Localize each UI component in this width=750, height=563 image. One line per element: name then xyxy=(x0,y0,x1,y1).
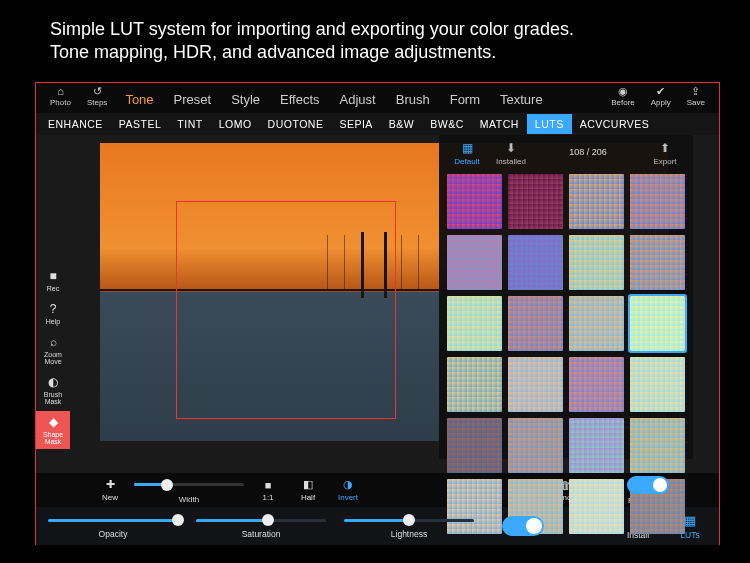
tab-form[interactable]: Form xyxy=(440,86,490,113)
lut-swatch[interactable] xyxy=(569,418,624,473)
lut-swatch[interactable] xyxy=(447,418,502,473)
bridge-cable xyxy=(418,235,419,289)
half-button[interactable]: ◧ Half xyxy=(292,478,324,502)
lut-default-label: Default xyxy=(454,157,479,166)
subtab-pastel[interactable]: PASTEL xyxy=(111,114,170,134)
lut-swatch[interactable] xyxy=(508,174,563,229)
rectangles-toggle[interactable] xyxy=(627,476,669,494)
brush-icon: ◐ xyxy=(48,375,58,389)
lut-swatch[interactable] xyxy=(630,235,685,290)
photo-button[interactable]: ⌂ Photo xyxy=(42,86,79,107)
lut-swatch[interactable] xyxy=(447,296,502,351)
lut-swatch[interactable] xyxy=(508,235,563,290)
shape-icon: ◆ xyxy=(49,415,58,429)
tab-adjust[interactable]: Adjust xyxy=(330,86,386,113)
lut-swatch[interactable] xyxy=(508,296,563,351)
apply-label: Apply xyxy=(651,98,671,107)
camera-icon: ⌂ xyxy=(57,86,64,97)
lut-swatch[interactable] xyxy=(630,357,685,412)
subtab-bw[interactable]: B&W xyxy=(381,114,422,134)
tab-preset[interactable]: Preset xyxy=(164,86,222,113)
plus-icon: ✚ xyxy=(106,478,115,491)
side-toolbar: ■ Rec ? Help ⌕ Zoom Move ◐ Brush Mask ◆ … xyxy=(36,265,70,449)
lut-swatch[interactable] xyxy=(569,357,624,412)
lut-swatch[interactable] xyxy=(508,418,563,473)
lut-export-label: Export xyxy=(653,157,676,166)
subtab-match[interactable]: MATCH xyxy=(472,114,527,134)
lut-swatch[interactable] xyxy=(508,357,563,412)
grid-icon: ▦ xyxy=(462,141,473,155)
subtab-duotone[interactable]: DUOTONE xyxy=(260,114,332,134)
lut-default-button[interactable]: ▦ Default xyxy=(447,141,487,166)
apply-button[interactable]: ✔ Apply xyxy=(643,86,679,107)
tab-effects[interactable]: Effects xyxy=(270,86,330,113)
rec-label: Rec xyxy=(47,285,59,292)
new-shape-button[interactable]: ✚ New xyxy=(94,478,126,502)
lut-swatch[interactable] xyxy=(569,174,624,229)
half-label: Half xyxy=(301,493,315,502)
invert-label: Invert xyxy=(338,493,358,502)
brush-mask-tool[interactable]: ◐ Brush Mask xyxy=(36,371,70,409)
half-icon: ◧ xyxy=(303,478,313,491)
menubar: ⌂ Photo ↺ Steps Tone Preset Style Effect… xyxy=(36,83,719,113)
selection-rectangle[interactable] xyxy=(176,201,396,419)
subtab-acvcurves[interactable]: ACVCURVES xyxy=(572,114,658,134)
check-icon: ✔ xyxy=(656,86,665,97)
lut-swatch[interactable] xyxy=(569,235,624,290)
save-label: Save xyxy=(687,98,705,107)
zoom-move-tool[interactable]: ⌕ Zoom Move xyxy=(36,331,70,369)
zoom-icon: ⌕ xyxy=(50,335,57,349)
before-label: Before xyxy=(611,98,635,107)
tab-tone[interactable]: Tone xyxy=(115,86,163,113)
lut-swatch[interactable] xyxy=(447,235,502,290)
invert-button[interactable]: ◑ Invert xyxy=(332,478,364,502)
lut-installed-button[interactable]: ⬇ Installed xyxy=(491,141,531,166)
brush-label: Brush Mask xyxy=(44,391,62,405)
steps-button[interactable]: ↺ Steps xyxy=(79,86,115,107)
subtab-luts[interactable]: LUTS xyxy=(527,114,572,134)
effect-toggle[interactable] xyxy=(502,516,544,536)
lut-export-button[interactable]: ⬆ Export xyxy=(645,141,685,166)
lut-swatch[interactable] xyxy=(569,479,624,534)
width-slider[interactable] xyxy=(134,477,244,493)
promo-line2: Tone mapping, HDR, and advanced image ad… xyxy=(50,41,574,64)
shape-mask-tool[interactable]: ◆ Shape Mask xyxy=(36,411,70,449)
invert-icon: ◑ xyxy=(343,478,353,491)
lut-swatch[interactable] xyxy=(569,296,624,351)
saturation-slider[interactable] xyxy=(196,513,326,527)
before-button[interactable]: ◉ Before xyxy=(603,86,643,107)
record-icon: ■ xyxy=(49,269,56,283)
lut-swatch[interactable] xyxy=(630,296,685,351)
tab-style[interactable]: Style xyxy=(221,86,270,113)
lut-installed-label: Installed xyxy=(496,157,526,166)
lightness-slider[interactable] xyxy=(344,513,474,527)
help-tool[interactable]: ? Help xyxy=(36,298,70,329)
download-icon: ⬇ xyxy=(506,141,516,155)
tab-texture[interactable]: Texture xyxy=(490,86,553,113)
aspect-1-1-button[interactable]: ■ 1:1 xyxy=(252,479,284,502)
subtab-tint[interactable]: TINT xyxy=(169,114,210,134)
help-label: Help xyxy=(46,318,60,325)
content-area: ■ Rec ? Help ⌕ Zoom Move ◐ Brush Mask ◆ … xyxy=(36,135,719,473)
steps-label: Steps xyxy=(87,98,107,107)
opacity-slider[interactable] xyxy=(48,513,178,527)
subtab-lomo[interactable]: LOMO xyxy=(211,114,260,134)
eye-icon: ◉ xyxy=(618,86,628,97)
lut-swatch[interactable] xyxy=(447,357,502,412)
lut-swatch[interactable] xyxy=(630,418,685,473)
save-button[interactable]: ⇪ Save xyxy=(679,86,713,107)
subtab-sepia[interactable]: SEPIA xyxy=(331,114,380,134)
lut-panel: ▦ Default ⬇ Installed 108 / 206 ⬆ Export xyxy=(439,135,693,459)
subtab-enhance[interactable]: ENHANCE xyxy=(40,114,111,134)
lut-panel-header: ▦ Default ⬇ Installed 108 / 206 ⬆ Export xyxy=(439,135,693,170)
rec-tool[interactable]: ■ Rec xyxy=(36,265,70,296)
square-icon: ■ xyxy=(265,479,272,491)
upload-icon: ⬆ xyxy=(660,141,670,155)
tab-brush[interactable]: Brush xyxy=(386,86,440,113)
lut-swatch[interactable] xyxy=(447,174,502,229)
subtab-bwc[interactable]: BW&C xyxy=(422,114,472,134)
width-label: Width xyxy=(179,495,199,504)
shape-label: Shape Mask xyxy=(43,431,63,445)
subtabs: ENHANCE PASTEL TINT LOMO DUOTONE SEPIA B… xyxy=(36,113,719,135)
lut-swatch[interactable] xyxy=(630,174,685,229)
